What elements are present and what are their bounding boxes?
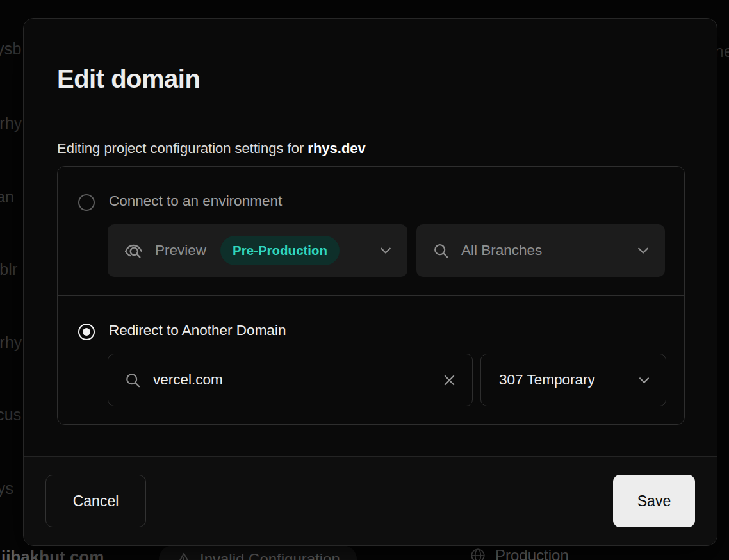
edit-domain-modal: Edit domain Editing project configuratio…	[23, 18, 717, 546]
bg-domain-name: iibakhut.com	[1, 547, 104, 560]
preview-eye-icon	[123, 240, 144, 261]
bg-domain-fragment: .blr	[0, 260, 18, 279]
redirect-status-select[interactable]: 307 Temporary	[480, 354, 666, 406]
screen: ysb .rhy an .blr .rhy cus lys ne iibakhu…	[0, 0, 729, 560]
warning-icon	[176, 551, 192, 560]
chevron-down-icon	[637, 373, 651, 388]
group-divider	[58, 295, 684, 296]
clear-input-icon[interactable]	[441, 372, 458, 389]
modal-subtitle: Editing project configuration settings f…	[57, 140, 366, 157]
redirect-domain-input[interactable]: vercel.com	[108, 354, 473, 406]
radio-redirect-domain-label[interactable]: Redirect to Another Domain	[109, 322, 286, 339]
modal-footer: Cancel Save	[24, 456, 717, 545]
branch-select-value: All Branches	[461, 242, 542, 259]
cancel-button[interactable]: Cancel	[45, 475, 146, 527]
modal-title: Edit domain	[57, 65, 200, 94]
bg-environment-label: Production	[495, 547, 569, 560]
bg-domain-fragment: .rhy	[0, 333, 22, 352]
environment-select[interactable]: Preview Pre-Production	[108, 224, 407, 277]
chevron-down-icon	[378, 243, 393, 258]
bg-domain-fragment: an	[0, 188, 14, 206]
pre-production-badge: Pre-Production	[220, 236, 340, 265]
redirect-domain-value: vercel.com	[153, 372, 223, 388]
globe-icon	[470, 547, 486, 560]
save-button[interactable]: Save	[613, 475, 695, 527]
environment-select-value: Preview	[155, 242, 206, 259]
modal-subtitle-text: Editing project configuration settings f…	[57, 140, 307, 156]
bg-environment: Production	[470, 547, 569, 560]
radio-redirect-domain[interactable]	[78, 324, 95, 340]
domain-mode-group: Connect to an environment Preview Pre-Pr…	[57, 166, 685, 425]
bg-domain-fragment: .rhy	[0, 114, 22, 133]
bg-domain-fragment: ysb	[0, 40, 22, 58]
bg-domain-fragment: lys	[0, 479, 13, 498]
chevron-down-icon	[635, 243, 651, 258]
radio-connect-environment[interactable]	[78, 194, 95, 211]
modal-subtitle-domain: rhys.dev	[307, 140, 366, 156]
redirect-status-value: 307 Temporary	[499, 372, 595, 388]
bg-domain-row: iibakhut.com Invalid Configuration Produ…	[0, 545, 729, 560]
bg-domain-fragment: cus	[0, 406, 22, 424]
search-icon	[432, 242, 450, 260]
bg-status-label: Invalid Configuration	[200, 550, 340, 560]
radio-connect-environment-label[interactable]: Connect to an environment	[109, 193, 282, 210]
branch-select[interactable]: All Branches	[416, 224, 665, 277]
bg-status-badge: Invalid Configuration	[159, 545, 357, 560]
search-icon	[124, 371, 142, 390]
